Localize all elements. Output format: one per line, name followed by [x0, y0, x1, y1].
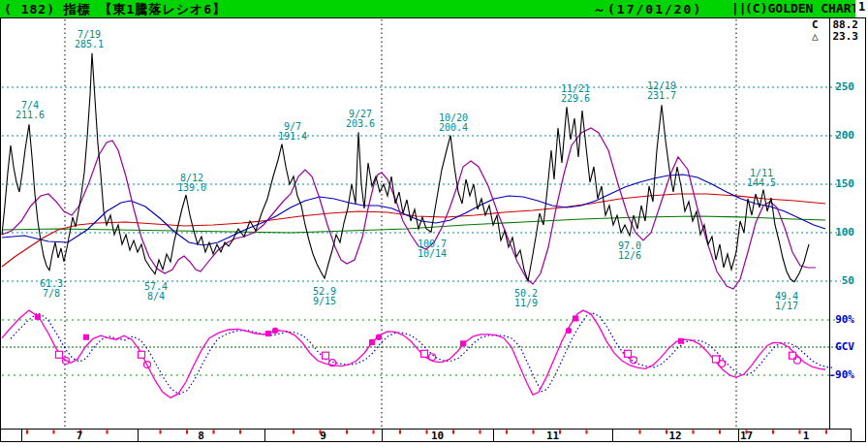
date-range: ～(17/01/20)	[593, 1, 702, 18]
copyright-label: (C)GOLDEN CHART	[745, 1, 858, 16]
signal-marker-open-square	[625, 350, 632, 357]
signal-marker-filled-circle	[566, 328, 572, 334]
delta-icon: △	[812, 31, 819, 43]
signal-marker-open-circle	[794, 357, 801, 364]
signal-marker-open-square	[139, 351, 145, 358]
signal-marker-filled-square	[460, 340, 466, 346]
title-bar: ( 182) 指標 【東1騰落レシオ6】 ～(17/01/20) || (C)G…	[0, 0, 855, 17]
signal-marker-filled-square	[573, 315, 578, 321]
signal-marker-open-circle	[631, 357, 637, 364]
signal-marker-open-square	[713, 356, 720, 363]
change-value: 23.3	[833, 31, 859, 43]
signal-marker-open-circle	[429, 354, 436, 361]
chart-title: ( 182) 指標 【東1騰落レシオ6】	[4, 1, 226, 18]
signal-marker-filled-circle	[376, 334, 382, 340]
page-indicator: 1	[855, 0, 868, 17]
chart-canvas	[0, 0, 868, 446]
signal-marker-open-square	[323, 352, 329, 359]
change-value-row: △ 23.3	[812, 31, 858, 43]
signal-marker-filled-square	[83, 334, 89, 340]
signal-marker-open-square	[56, 351, 63, 358]
golden-chart-screen: ( 182) 指標 【東1騰落レシオ6】 ～(17/01/20) || (C)G…	[0, 0, 868, 446]
signal-marker-filled-circle	[272, 328, 278, 334]
signal-marker-filled-square	[265, 331, 271, 336]
gcv-oscillator-line	[2, 310, 825, 398]
signal-marker-open-square	[421, 350, 428, 357]
signal-marker-filled-square	[369, 339, 375, 345]
signal-marker-filled-square	[35, 314, 41, 320]
signal-marker-open-circle	[719, 361, 726, 367]
signal-marker-filled-square	[678, 338, 684, 344]
